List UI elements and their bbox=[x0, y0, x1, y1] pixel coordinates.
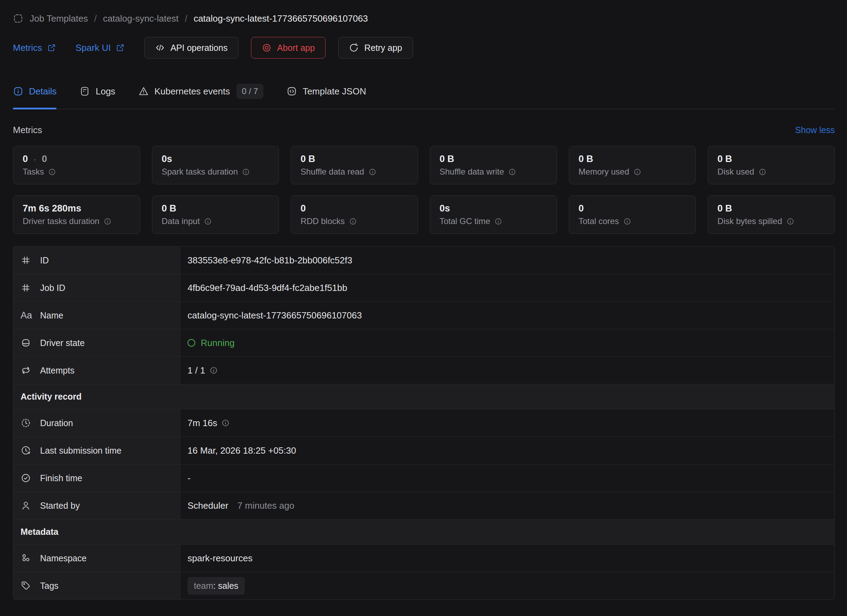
info-icon[interactable] bbox=[623, 217, 631, 225]
status-badge: Running bbox=[201, 337, 235, 348]
tag-value: sales bbox=[218, 581, 238, 591]
row-label: Attempts bbox=[40, 365, 75, 376]
retry-app-button[interactable]: Retry app bbox=[338, 37, 413, 59]
metric-card-value: 0 bbox=[301, 203, 408, 214]
row-label: Tags bbox=[40, 581, 59, 591]
spark-ui-link-label: Spark UI bbox=[76, 43, 111, 53]
info-icon[interactable] bbox=[786, 217, 794, 225]
table-row-finish-time: Finish time - bbox=[13, 464, 834, 492]
breadcrumb-item-job-templates[interactable]: Job Templates bbox=[30, 13, 88, 24]
info-icon[interactable] bbox=[48, 168, 56, 176]
metric-card-value: 0s bbox=[440, 203, 547, 214]
metrics-link[interactable]: Metrics bbox=[13, 43, 56, 53]
page: Job Templates / catalog-sync-latest / ca… bbox=[0, 0, 847, 600]
show-less-link[interactable]: Show less bbox=[795, 125, 835, 135]
info-icon[interactable] bbox=[758, 168, 766, 176]
metric-card-value: 7m 6s 280ms bbox=[23, 203, 130, 214]
metric-card: 0s Total GC time bbox=[430, 196, 557, 234]
abort-app-button[interactable]: Abort app bbox=[251, 37, 326, 59]
metric-card-value: 0 B bbox=[301, 154, 408, 164]
info-icon[interactable] bbox=[349, 217, 357, 225]
kubernetes-events-count-badge: 0 / 7 bbox=[236, 84, 264, 99]
metric-card: 0·0 Tasks bbox=[13, 146, 140, 184]
tab-template-json-label: Template JSON bbox=[302, 86, 366, 97]
metric-card-label: Tasks bbox=[23, 167, 44, 177]
metric-card: 0 Total cores bbox=[569, 196, 696, 234]
name-value: catalog-sync-latest-1773665750696107063 bbox=[187, 310, 362, 321]
metric-card-label: Spark tasks duration bbox=[162, 167, 238, 177]
breadcrumb-item-template[interactable]: catalog-sync-latest bbox=[103, 13, 179, 24]
table-row-job-id: Job ID 4fb6c9ef-79ad-4d53-9df4-fc2abe1f5… bbox=[13, 274, 834, 301]
info-icon[interactable] bbox=[494, 217, 502, 225]
driver-state-status: Running bbox=[187, 337, 235, 348]
tab-bar: Details Logs Kubernetes events 0 / 7 Tem… bbox=[13, 84, 835, 109]
tab-kubernetes-events[interactable]: Kubernetes events 0 / 7 bbox=[139, 84, 264, 109]
info-icon[interactable] bbox=[204, 217, 212, 225]
loop-icon bbox=[21, 365, 31, 376]
tab-details[interactable]: Details bbox=[13, 84, 56, 109]
table-row-id: ID 383553e8-e978-42fc-b81b-2bb006fc52f3 bbox=[13, 247, 834, 274]
timer-icon bbox=[21, 418, 31, 428]
code-icon bbox=[155, 43, 165, 53]
section-header-metadata: Metadata bbox=[13, 519, 834, 544]
metric-card: 0 B Data input bbox=[152, 196, 279, 234]
tag-separator: : bbox=[213, 581, 218, 591]
metric-card: 0 B Disk bytes spilled bbox=[708, 196, 835, 234]
metric-card-label: Shuffle data read bbox=[301, 167, 364, 177]
info-icon[interactable] bbox=[210, 366, 218, 374]
spark-ui-link[interactable]: Spark UI bbox=[76, 43, 125, 53]
text-aa-icon: Aa bbox=[21, 310, 31, 321]
clock-submission-icon bbox=[21, 445, 31, 456]
info-icon[interactable] bbox=[242, 168, 250, 176]
metric-card: 0 B Disk used bbox=[708, 146, 835, 184]
info-icon[interactable] bbox=[369, 168, 376, 176]
details-table: ID 383553e8-e978-42fc-b81b-2bb006fc52f3 … bbox=[13, 246, 835, 600]
metric-card-label: Data input bbox=[162, 217, 200, 226]
info-icon[interactable] bbox=[103, 217, 112, 225]
tag-chip: team: sales bbox=[187, 577, 245, 595]
metric-card-label-row: Disk bytes spilled bbox=[717, 217, 825, 226]
hash-icon bbox=[21, 283, 31, 293]
started-by-value: Scheduler bbox=[187, 500, 228, 511]
row-label: Started by bbox=[40, 501, 80, 511]
tab-details-label: Details bbox=[29, 86, 56, 97]
breadcrumb: Job Templates / catalog-sync-latest / ca… bbox=[13, 10, 835, 27]
info-icon[interactable] bbox=[508, 168, 516, 176]
table-row-tags: Tags team: sales bbox=[13, 572, 834, 599]
logs-icon bbox=[80, 86, 90, 97]
metric-card-label-row: Driver tasks duration bbox=[23, 217, 130, 226]
metric-card-value: 0 B bbox=[440, 154, 547, 164]
metric-card-label: Disk bytes spilled bbox=[717, 217, 782, 226]
row-label: Last submission time bbox=[40, 446, 121, 456]
metric-card-value: 0 B bbox=[162, 203, 269, 214]
metric-card: 0 B Shuffle data read bbox=[291, 146, 418, 184]
namespace-value: spark-resources bbox=[187, 553, 252, 564]
row-label: Finish time bbox=[40, 473, 82, 483]
row-label: ID bbox=[40, 255, 49, 265]
info-icon[interactable] bbox=[221, 419, 230, 427]
tab-logs[interactable]: Logs bbox=[80, 84, 115, 109]
info-icon[interactable] bbox=[633, 168, 641, 176]
id-value: 383553e8-e978-42fc-b81b-2bb006fc52f3 bbox=[187, 255, 353, 266]
metric-card-label-row: Memory used bbox=[578, 167, 686, 177]
tab-logs-label: Logs bbox=[96, 86, 115, 97]
hash-icon bbox=[21, 255, 31, 265]
metric-card-label: Shuffle data write bbox=[440, 167, 504, 177]
metric-card-label-row: Shuffle data write bbox=[440, 167, 547, 177]
api-operations-label: API operations bbox=[170, 43, 227, 53]
metric-card-label-row: Disk used bbox=[717, 167, 825, 177]
api-operations-button[interactable]: API operations bbox=[144, 37, 238, 59]
started-by-time-ago: 7 minutes ago bbox=[238, 500, 294, 511]
metrics-section-header: Metrics Show less bbox=[13, 125, 835, 136]
tab-kubernetes-events-label: Kubernetes events bbox=[154, 86, 230, 97]
metric-card-label-row: Data input bbox=[162, 217, 269, 226]
tab-template-json[interactable]: Template JSON bbox=[286, 84, 366, 109]
abort-icon bbox=[262, 43, 272, 53]
breadcrumb-item-current: catalog-sync-latest-1773665750696107063 bbox=[193, 13, 368, 24]
table-row-driver-state: Driver state Running bbox=[13, 329, 834, 357]
table-row-attempts: Attempts 1 / 1 bbox=[13, 357, 834, 384]
metric-card-label-row: Tasks bbox=[23, 167, 130, 177]
abort-app-label: Abort app bbox=[277, 43, 315, 53]
table-row-name: AaName catalog-sync-latest-1773665750696… bbox=[13, 301, 834, 329]
metric-card-label-row: Total cores bbox=[578, 217, 686, 226]
